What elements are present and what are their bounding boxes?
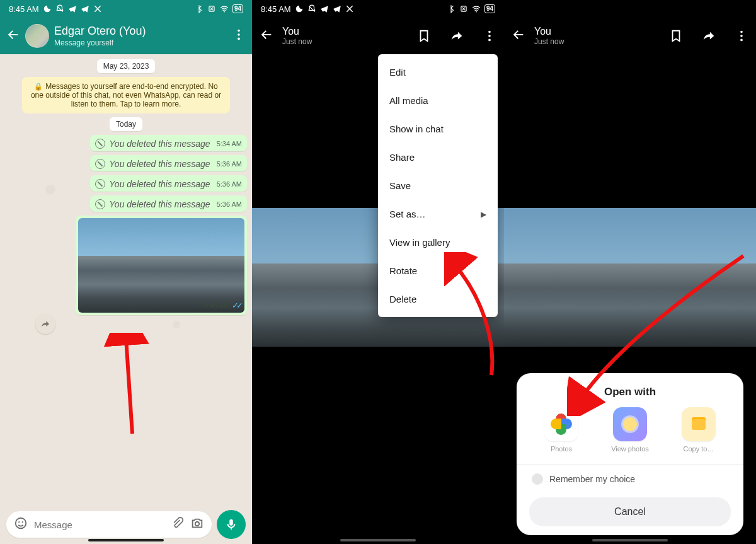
forward-button[interactable] bbox=[35, 314, 55, 334]
bookmark-button[interactable] bbox=[417, 29, 431, 43]
telegram-icon bbox=[68, 4, 77, 13]
wifi-icon bbox=[472, 4, 481, 13]
image-thumbnail[interactable] bbox=[78, 218, 244, 313]
svg-point-11 bbox=[476, 11, 477, 13]
today-pill: Today bbox=[110, 117, 142, 131]
message-time: 5:36 AM bbox=[217, 200, 242, 208]
x-icon bbox=[345, 4, 354, 13]
x-icon bbox=[93, 4, 102, 13]
status-bar: 8:45 AM 94 bbox=[0, 0, 252, 18]
svg-point-12 bbox=[488, 31, 491, 33]
avatar[interactable] bbox=[25, 24, 49, 48]
back-button[interactable] bbox=[260, 28, 273, 44]
annotation-arrow-icon bbox=[567, 252, 756, 416]
more-options-button[interactable] bbox=[735, 29, 748, 43]
deleted-message[interactable]: You deleted this message 5:36 AM bbox=[90, 155, 247, 171]
status-time: 8:45 AM bbox=[261, 4, 291, 14]
telegram-icon bbox=[333, 4, 341, 13]
date-pill: May 23, 2023 bbox=[97, 59, 156, 73]
chat-title[interactable]: Edgar Otero (You) bbox=[54, 25, 146, 38]
svg-point-13 bbox=[488, 35, 491, 37]
message-time: 5:36 AM bbox=[217, 160, 242, 168]
moon-icon bbox=[43, 4, 52, 13]
no-sim-icon bbox=[207, 4, 216, 13]
svg-point-8 bbox=[195, 522, 199, 526]
back-button[interactable] bbox=[512, 28, 525, 44]
status-time: 8:45 AM bbox=[9, 4, 39, 14]
chat-header: Edgar Otero (You) Message yourself bbox=[0, 18, 252, 54]
home-indicator[interactable] bbox=[340, 539, 416, 541]
media-sender: You bbox=[282, 25, 312, 37]
chat-subtitle: Message yourself bbox=[54, 38, 146, 47]
encryption-notice[interactable]: 🔒Messages to yourself are end-to-end enc… bbox=[22, 77, 230, 113]
status-bar: 8:45 AM 94 bbox=[252, 0, 504, 18]
back-button[interactable] bbox=[6, 28, 20, 44]
menu-save[interactable]: Save bbox=[378, 171, 498, 200]
silent-icon bbox=[55, 4, 64, 13]
blocked-icon bbox=[95, 159, 105, 169]
mic-button[interactable] bbox=[217, 510, 246, 539]
attach-icon[interactable] bbox=[171, 517, 184, 532]
image-time: 8:45 AM bbox=[204, 302, 229, 310]
input-placeholder: Message bbox=[34, 519, 165, 530]
deleted-message[interactable]: You deleted this message 5:36 AM bbox=[90, 195, 247, 212]
remember-choice-toggle[interactable]: Remember my choice bbox=[529, 465, 731, 494]
google-photos-icon bbox=[551, 414, 572, 435]
message-time: 5:36 AM bbox=[217, 180, 242, 188]
blocked-icon bbox=[95, 139, 105, 149]
home-indicator[interactable] bbox=[592, 539, 668, 541]
lock-icon: 🔒 bbox=[34, 83, 43, 90]
chevron-right-icon: ▶ bbox=[481, 210, 486, 219]
blocked-icon bbox=[95, 199, 105, 209]
svg-point-1 bbox=[224, 11, 225, 13]
more-options-button[interactable] bbox=[483, 29, 496, 43]
svg-point-17 bbox=[740, 39, 743, 42]
radio-icon bbox=[532, 473, 543, 485]
svg-point-15 bbox=[740, 31, 743, 33]
annotation-arrow-icon bbox=[444, 252, 520, 391]
telegram-icon bbox=[81, 4, 89, 13]
menu-all-media[interactable]: All media bbox=[378, 86, 498, 115]
svg-point-6 bbox=[18, 521, 20, 523]
read-ticks-icon: ✓✓ bbox=[232, 301, 241, 310]
svg-point-16 bbox=[740, 35, 743, 37]
bluetooth-icon bbox=[447, 4, 455, 13]
moon-icon bbox=[295, 4, 304, 13]
more-options-button[interactable] bbox=[232, 28, 246, 44]
media-sender: You bbox=[534, 25, 564, 37]
svg-point-2 bbox=[238, 30, 240, 32]
svg-point-3 bbox=[238, 33, 240, 36]
deleted-message[interactable]: You deleted this message 5:36 AM bbox=[90, 175, 247, 192]
app-label: View photos bbox=[611, 445, 649, 453]
menu-set-as[interactable]: Set as…▶ bbox=[378, 200, 498, 228]
svg-point-5 bbox=[16, 518, 26, 529]
bookmark-button[interactable] bbox=[669, 29, 683, 43]
camera-icon[interactable] bbox=[190, 516, 204, 533]
app-label: Copy to… bbox=[684, 445, 714, 453]
forward-button[interactable] bbox=[702, 29, 716, 43]
message-time: 5:34 AM bbox=[217, 140, 242, 148]
menu-share[interactable]: Share bbox=[378, 143, 498, 171]
image-message[interactable]: 8:45 AM ✓✓ bbox=[76, 216, 247, 315]
message-input[interactable]: Message bbox=[6, 511, 212, 538]
battery-indicator: 94 bbox=[232, 4, 243, 13]
svg-point-7 bbox=[22, 521, 23, 523]
media-time: Just now bbox=[534, 37, 564, 46]
forward-button[interactable] bbox=[450, 29, 464, 43]
silent-icon bbox=[307, 4, 316, 13]
media-header: You Just now bbox=[504, 18, 756, 54]
home-indicator[interactable] bbox=[88, 539, 164, 541]
menu-edit[interactable]: Edit bbox=[378, 58, 498, 86]
battery-indicator: 94 bbox=[484, 4, 495, 13]
deleted-message[interactable]: You deleted this message 5:34 AM bbox=[90, 135, 247, 151]
cancel-button[interactable]: Cancel bbox=[529, 497, 731, 526]
svg-point-14 bbox=[488, 39, 491, 42]
app-label: Photos bbox=[551, 445, 572, 453]
svg-line-9 bbox=[126, 338, 132, 434]
wifi-icon bbox=[220, 4, 229, 13]
menu-show-in-chat[interactable]: Show in chat bbox=[378, 115, 498, 143]
svg-point-4 bbox=[238, 38, 240, 40]
media-header: You Just now bbox=[252, 18, 504, 54]
emoji-icon[interactable] bbox=[14, 516, 28, 533]
bluetooth-icon bbox=[195, 4, 203, 13]
